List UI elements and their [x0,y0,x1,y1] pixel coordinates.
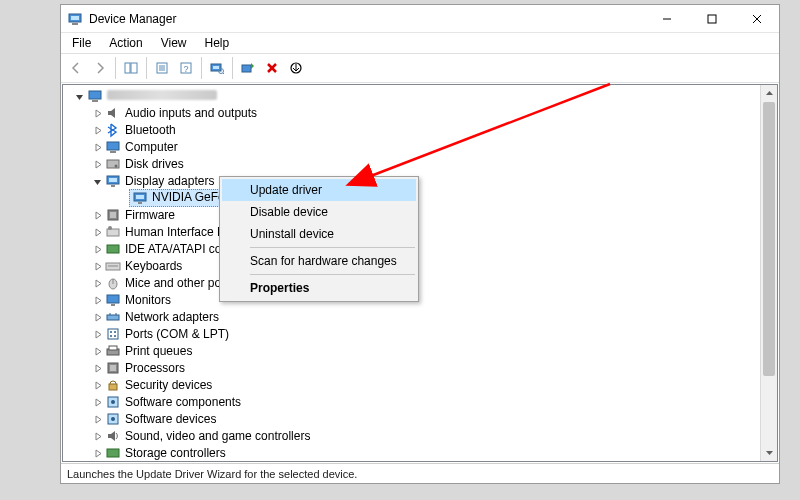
svg-point-53 [114,335,116,337]
expand-icon[interactable] [91,141,103,153]
svg-rect-49 [108,329,118,339]
tree-category-label: Software devices [125,412,216,426]
menu-help[interactable]: Help [198,34,237,52]
svg-rect-36 [110,212,116,218]
menu-file[interactable]: File [65,34,98,52]
expand-icon[interactable] [91,379,103,391]
device-tree[interactable]: Audio inputs and outputsBluetoothCompute… [63,85,777,462]
tree-category[interactable]: Display adapters [73,173,777,189]
expand-icon[interactable] [91,260,103,272]
device-category-icon [105,224,121,240]
scan-hardware-button[interactable] [206,57,228,79]
tree-category-label: Monitors [125,293,171,307]
svg-rect-8 [131,63,137,73]
expand-icon[interactable] [91,243,103,255]
expand-icon[interactable] [91,158,103,170]
svg-rect-24 [92,100,98,102]
expand-icon[interactable] [91,294,103,306]
tree-category[interactable]: Computer [73,139,777,155]
tree-category[interactable]: Storage controllers [73,445,777,461]
tree-category-label: Ports (COM & LPT) [125,327,229,341]
tree-category[interactable]: Mice and other pointing devices [73,275,777,291]
tree-category[interactable]: Software devices [73,411,777,427]
context-update-driver[interactable]: Update driver [222,179,416,201]
back-button [65,57,87,79]
device-category-icon [105,411,121,427]
tree-category[interactable]: Print queues [73,343,777,359]
tree-category[interactable]: IDE ATA/ATAPI controllers [73,241,777,257]
tree-category[interactable]: Keyboards [73,258,777,274]
tree-spacer [115,192,127,204]
expand-icon[interactable] [91,447,103,459]
tree-category[interactable]: Disk drives [73,156,777,172]
properties-button[interactable] [151,57,173,79]
svg-rect-39 [107,245,119,253]
tree-category[interactable]: Bluetooth [73,122,777,138]
update-driver-button[interactable] [237,57,259,79]
tree-category[interactable]: Human Interface Devices [73,224,777,240]
context-properties[interactable]: Properties [222,277,416,299]
expand-icon[interactable] [91,362,103,374]
expand-icon[interactable] [91,124,103,136]
context-disable-device[interactable]: Disable device [222,201,416,223]
tree-category-label: Network adapters [125,310,219,324]
svg-rect-45 [111,304,115,306]
menu-action[interactable]: Action [102,34,149,52]
expand-icon[interactable] [91,311,103,323]
vertical-scrollbar[interactable] [760,85,777,461]
tree-category[interactable]: Sound, video and game controllers [73,428,777,444]
close-button[interactable] [734,5,779,33]
expand-icon[interactable] [91,396,103,408]
svg-rect-30 [109,178,117,182]
computer-icon [87,88,103,104]
tree-root[interactable] [73,88,777,104]
expand-icon[interactable] [91,209,103,221]
tree-category[interactable]: Software components [73,394,777,410]
tree-category[interactable]: Ports (COM & LPT) [73,326,777,342]
expand-icon[interactable] [91,226,103,238]
expand-icon[interactable] [91,413,103,425]
tree-category[interactable]: Network adapters [73,309,777,325]
svg-rect-19 [242,65,251,72]
maximize-button[interactable] [689,5,734,33]
svg-point-51 [114,331,116,333]
scroll-track[interactable] [761,102,777,444]
statusbar-text: Launches the Update Driver Wizard for th… [67,468,357,480]
collapse-icon[interactable] [73,90,85,102]
device-category-icon [105,122,121,138]
collapse-icon[interactable] [91,175,103,187]
device-manager-window: Device Manager File Action View Help [60,4,780,484]
tree-root-label [107,89,217,103]
window-controls [644,5,779,33]
expand-icon[interactable] [91,430,103,442]
tree-category-label: Disk drives [125,157,184,171]
scroll-down-button[interactable] [761,444,777,461]
app-icon [67,11,83,27]
context-uninstall-device[interactable]: Uninstall device [222,223,416,245]
tree-category[interactable]: Security devices [73,377,777,393]
tree-category[interactable]: Firmware [73,207,777,223]
expand-icon[interactable] [91,107,103,119]
tree-category-label: Computer [125,140,178,154]
tree-category[interactable]: Processors [73,360,777,376]
svg-rect-58 [109,384,117,390]
uninstall-device-button[interactable] [261,57,283,79]
tree-category[interactable]: Audio inputs and outputs [73,105,777,121]
svg-rect-46 [107,315,119,320]
scroll-thumb[interactable] [763,102,775,376]
expand-icon[interactable] [91,345,103,357]
tree-device[interactable]: NVIDIA GeForce RTX 2060 [73,190,777,206]
menu-view[interactable]: View [154,34,194,52]
expand-icon[interactable] [91,277,103,289]
scroll-up-button[interactable] [761,85,777,102]
disable-device-button[interactable] [285,57,307,79]
svg-rect-63 [107,449,119,457]
tree-category[interactable]: Monitors [73,292,777,308]
svg-rect-4 [708,15,716,23]
context-scan-hardware[interactable]: Scan for hardware changes [222,250,416,272]
tree-category-label: Bluetooth [125,123,176,137]
minimize-button[interactable] [644,5,689,33]
help-button[interactable]: ? [175,57,197,79]
show-hide-tree-button[interactable] [120,57,142,79]
expand-icon[interactable] [91,328,103,340]
